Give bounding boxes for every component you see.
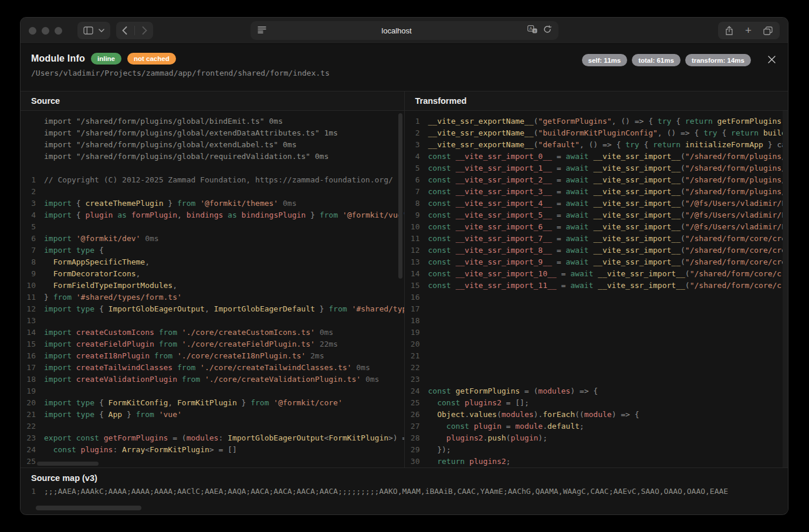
code-token: , () => { <box>580 140 625 149</box>
code-token: = ( <box>520 387 538 395</box>
code-token: from <box>320 211 338 219</box>
code-token: plugins <box>76 445 113 454</box>
line-number: 25 <box>405 397 420 409</box>
code-token: ( <box>681 175 685 184</box>
code-token: plugins2 <box>465 457 506 466</box>
code-token: = <box>557 269 570 278</box>
code-token: './core/createTailwindClasses.ts' <box>195 363 351 372</box>
code-line: 8const __vite_ssr_import_4__ = await __v… <box>405 198 788 209</box>
code-token: ImportGlobEagerOutput <box>109 304 205 313</box>
sidebar-toggle[interactable] <box>77 22 110 39</box>
transformed-scrollbar-track[interactable] <box>783 111 788 467</box>
code-token: __vite_ssr_exportName__ <box>428 128 534 137</box>
code-token: import <box>44 234 72 243</box>
code-token: = []; <box>502 398 529 407</box>
code-token: 0ms <box>351 363 370 372</box>
share-icon[interactable] <box>720 22 738 39</box>
tabs-overview-icon[interactable] <box>759 22 777 39</box>
line-number: 13 <box>21 315 36 327</box>
code-token: __vite_ssr_import__ <box>588 257 681 266</box>
code-line: 25 const plugins2 = []; <box>405 397 788 409</box>
line-number: 11 <box>405 233 420 245</box>
meta-import-line: import "/shared/form/plugins/global/exte… <box>44 139 296 151</box>
code-token: ( <box>681 234 685 243</box>
sourcemap-horizontal-scrollbar[interactable] <box>36 506 141 510</box>
code-line: 1__vite_ssr_exportName__("getFormPlugins… <box>405 116 788 127</box>
line-number: 22 <box>21 421 36 432</box>
code-line: 9 FormDecoratorIcons, <box>21 268 404 280</box>
code-line: import "/shared/form/plugins/global/requ… <box>21 151 404 162</box>
code-token: await <box>566 246 588 255</box>
code-token: : <box>218 433 228 442</box>
code-token: ( <box>681 246 685 255</box>
code-token: __vite_ssr_import__ <box>588 164 681 172</box>
reload-icon[interactable] <box>543 25 551 36</box>
code-token: , <box>168 398 177 407</box>
code-token: __vite_ssr_exportName__ <box>428 140 534 149</box>
back-button[interactable] <box>122 26 127 35</box>
code-text: import type { App } from 'vue' <box>44 409 182 421</box>
line-number: 19 <box>21 385 36 397</box>
code-token: import <box>44 351 72 360</box>
source-horizontal-scrollbar[interactable] <box>37 462 99 466</box>
line-number: 23 <box>405 374 420 385</box>
source-code-area[interactable]: import "/shared/form/plugins/global/bind… <box>21 111 404 467</box>
code-token: } <box>44 293 53 301</box>
sidebar-icon <box>83 26 93 35</box>
code-text: plugins2.push(plugin); <box>428 432 548 444</box>
code-line: 4const __vite_ssr_import_0__ = await __v… <box>405 151 788 162</box>
source-vertical-scrollbar[interactable] <box>398 113 402 279</box>
code-token: const <box>428 422 469 431</box>
code-line: 13 <box>21 315 404 327</box>
translate-icon[interactable]: A x <box>527 25 537 36</box>
code-token: "/shared/form/core/createFieldPlugin.ts" <box>685 246 788 255</box>
code-text: const __vite_ssr_import_10__ = await __v… <box>428 268 788 280</box>
code-token: as <box>223 211 241 219</box>
code-line: 3__vite_ssr_exportName__("default", () =… <box>405 139 788 151</box>
code-token: return <box>731 128 759 137</box>
code-token: . <box>465 410 469 419</box>
code-token: , () => { <box>612 117 658 126</box>
page-format-icon[interactable] <box>258 25 266 36</box>
code-token: , <box>136 269 141 278</box>
code-line: 16import createI18nPlugin from './core/c… <box>21 350 404 362</box>
code-token: import <box>44 375 72 384</box>
code-token: const <box>428 269 451 278</box>
address-bar[interactable]: localhost A x <box>251 21 558 40</box>
close-icon[interactable] <box>765 53 778 69</box>
code-text: }); <box>428 444 451 456</box>
transformed-code-area[interactable]: 1__vite_ssr_exportName__("getFormPlugins… <box>405 111 788 467</box>
minimize-window-button[interactable] <box>42 27 49 35</box>
code-token: FormDecoratorIcons <box>44 269 136 278</box>
zoom-window-button[interactable] <box>55 27 62 35</box>
code-token: = <box>552 199 566 208</box>
source-panel-title: Source <box>21 92 404 111</box>
line-number: 12 <box>405 245 420 256</box>
code-token: App <box>109 410 122 419</box>
forward-button[interactable] <box>142 26 147 35</box>
code-token: await <box>566 152 588 161</box>
code-line: 29 }); <box>405 444 788 456</box>
code-token: from <box>136 410 154 419</box>
line-number: 28 <box>405 432 420 444</box>
code-token: import <box>44 328 72 337</box>
code-line: 6const __vite_ssr_import_2__ = await __v… <box>405 174 788 186</box>
sourcemap-section: Source map (v3) 1 ;;;AAEA;AAAkC;AAAA;AAA… <box>21 467 788 514</box>
code-line: 12const __vite_ssr_import_8__ = await __… <box>405 245 788 256</box>
code-token: const <box>428 211 451 219</box>
code-token: createCustomIcons <box>72 328 154 337</box>
close-window-button[interactable] <box>29 27 36 35</box>
code-token: { <box>72 211 85 219</box>
code-line <box>21 162 404 174</box>
code-token: __vite_ssr_import__ <box>588 175 681 184</box>
code-token: await <box>566 187 588 196</box>
new-tab-button[interactable]: + <box>740 22 756 39</box>
code-line: 14import createCustomIcons from './core/… <box>21 327 404 338</box>
code-line: 7import type { <box>21 245 404 256</box>
code-token: const <box>428 164 451 172</box>
module-file-path: /Users/vladimir/Projects/zammad/app/fron… <box>31 69 330 77</box>
address-url[interactable]: localhost <box>381 26 411 35</box>
code-token: __vite_ssr_import_9__ <box>451 257 552 266</box>
code-token: default <box>547 422 580 431</box>
line-number: 5 <box>21 221 36 233</box>
